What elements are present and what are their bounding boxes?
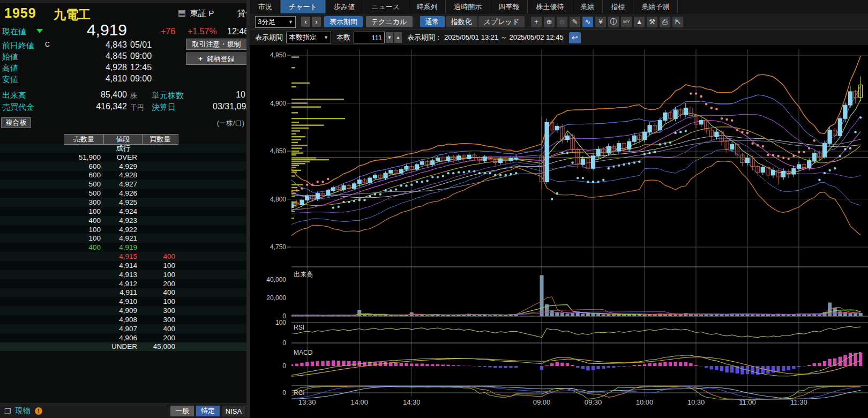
pencil-icon[interactable]: ✎ (570, 17, 580, 27)
price: 4,911 (104, 288, 143, 296)
quote-header: 1959 九電工 ▤ 東証 P 貸借 現在値 4,919 +76 +1.57% … (0, 3, 246, 131)
order-book-row[interactable]: 500 4,927 (0, 180, 246, 189)
order-book-row[interactable]: 400 4,923 (0, 216, 246, 225)
count-mode-select[interactable]: 本数指定 ▼ (286, 32, 331, 43)
account-tab-NISA[interactable]: NISA (222, 406, 245, 416)
order-book: 売数量 値段 買数量 成行 51,900 OVER 600 4,929 600 … (0, 134, 246, 351)
price: 4,915 (104, 252, 143, 260)
price: 4,928 (104, 171, 143, 179)
candle-period-select[interactable]: 3分足 ▼ (255, 16, 296, 28)
svg-text:14:00: 14:00 (350, 398, 368, 406)
zoom-in-icon[interactable]: ⊕ (544, 17, 555, 27)
order-book-row[interactable]: 100 4,922 (0, 225, 246, 234)
order-book-row[interactable]: 4,914 100 (0, 261, 246, 270)
price: 4,922 (104, 226, 143, 234)
buy-qty: 400 (143, 325, 178, 333)
chart-area[interactable]: 4,9504,9004,8504,8004,75040,00020,000010… (250, 45, 868, 418)
tab-適時開示[interactable]: 適時開示 (446, 0, 490, 13)
order-book-row[interactable]: 600 4,928 (0, 171, 246, 180)
cash-label: 現物 (16, 406, 31, 416)
tab-チャート[interactable]: チャート (281, 0, 326, 13)
buy-qty: 100 (143, 297, 178, 305)
plus-icon: + (198, 55, 203, 63)
spread-button[interactable]: スプレッド (478, 16, 525, 27)
account-tab-特定[interactable]: 特定 (196, 406, 220, 416)
svg-text:100: 100 (275, 319, 286, 326)
order-book-row[interactable]: 500 4,926 (0, 189, 246, 198)
tab-市況[interactable]: 市況 (250, 0, 281, 13)
order-book-row[interactable]: 4,912 200 (0, 279, 246, 288)
count-down-button[interactable]: ▼ (386, 32, 393, 43)
order-book-row[interactable]: 4,913 100 (0, 270, 246, 279)
reset-range-button[interactable]: ↩ (569, 32, 581, 43)
sell-qty: 400 (64, 243, 104, 251)
my-candle-icon[interactable]: MY (621, 17, 632, 27)
order-book-row[interactable]: UNDER 45,000 (0, 342, 246, 352)
printer-icon[interactable]: ⎙ (660, 17, 670, 27)
buy-qty: 300 (143, 307, 178, 315)
tab-業績[interactable]: 業績 (572, 0, 603, 13)
trend-cursor-icon[interactable]: ∿ (582, 17, 593, 27)
svg-text:4,800: 4,800 (270, 196, 286, 203)
next-button[interactable]: › (312, 17, 321, 27)
prev-button[interactable]: ‹ (301, 17, 310, 27)
account-tab-一般[interactable]: 一般 (170, 406, 194, 416)
tab-株主優待[interactable]: 株主優待 (528, 0, 572, 13)
tab-業績予測[interactable]: 業績予測 (633, 0, 678, 13)
order-book-row[interactable]: 4,907 400 (0, 324, 246, 333)
sell-qty: 100 (64, 234, 104, 242)
price: 4,921 (104, 234, 143, 242)
order-book-row[interactable]: 4,911 400 (0, 288, 246, 297)
export-icon[interactable]: ⇱ (672, 17, 683, 27)
document-icon: ▤ (178, 8, 186, 18)
order-book-row[interactable]: 100 4,924 (0, 207, 246, 216)
order-book-row[interactable]: 4,910 100 (0, 297, 246, 306)
info-icon[interactable]: ⓘ (608, 17, 619, 27)
tab-四季報[interactable]: 四季報 (490, 0, 528, 13)
svg-text:MACD: MACD (294, 349, 313, 356)
order-book-row[interactable]: 4,908 300 (0, 315, 246, 324)
register-stock-button[interactable]: + 銘柄登録 (186, 53, 246, 65)
zoom-out-icon[interactable]: ⊖ (557, 17, 567, 27)
period-toolbar: 表示期間 本数指定 ▼ 本数 ▼ ▲ 表示期間： 2025/05/01 13:2… (250, 30, 868, 45)
order-book-row[interactable]: 4,906 200 (0, 333, 246, 342)
order-book-row[interactable]: 4,909 300 (0, 306, 246, 315)
chart-toolbar: 3分足 ▼ ‹ › 表示期間 テクニカル 通常 指数化 スプレッド +⊕⊖✎∿¥… (250, 14, 868, 30)
buy-qty: 100 (143, 262, 178, 270)
tab-時系列[interactable]: 時系列 (408, 0, 446, 13)
order-book-row[interactable]: 400 4,919 (0, 243, 246, 252)
tab-歩み値[interactable]: 歩み値 (326, 0, 363, 13)
chart-panel: 市況チャート歩み値ニュース時系列適時開示四季報株主優待業績指標業績予測 3分足 … (250, 0, 868, 418)
tab-指標[interactable]: 指標 (603, 0, 633, 13)
order-book-row[interactable]: 成行 (0, 144, 246, 153)
plus-icon[interactable]: + (531, 17, 542, 27)
order-book-row[interactable]: 600 4,929 (0, 162, 246, 171)
window-icon[interactable]: ❐ (4, 407, 11, 415)
count-up-button[interactable]: ▲ (394, 32, 402, 43)
display-period-label: 表示期間 (255, 33, 283, 42)
price: 4,926 (104, 189, 143, 197)
yen-icon[interactable]: ¥ (595, 17, 606, 27)
turnover-unit: 千円 (130, 103, 144, 113)
count-input[interactable] (354, 32, 385, 43)
normal-button[interactable]: 通常 (420, 16, 445, 27)
order-book-row[interactable]: 300 4,925 (0, 198, 246, 207)
market-label: 東証 P (190, 9, 214, 19)
display-period-button[interactable]: 表示期間 (324, 16, 363, 27)
mountain-icon[interactable]: ▲ (634, 17, 645, 27)
turnover-value: 416,342 (0, 102, 127, 111)
price-chart[interactable]: 4,9504,9004,8504,8004,75040,00020,000010… (250, 45, 868, 418)
order-book-row[interactable]: 4,915 400 (0, 252, 246, 261)
order-book-row[interactable]: 100 4,921 (0, 234, 246, 243)
indexed-button[interactable]: 指数化 (446, 16, 477, 27)
tab-ニュース[interactable]: ニュース (363, 0, 408, 13)
trade-caution-button[interactable]: 取引注意・規制 (186, 39, 246, 50)
high-time: 12:45 (130, 63, 152, 72)
chevron-down-icon: ▼ (319, 35, 328, 40)
order-book-row[interactable]: 51,900 OVER (0, 153, 246, 162)
technical-button[interactable]: テクニカル (366, 16, 413, 27)
wrench-icon[interactable]: ⚒ (647, 17, 657, 27)
alert-icon[interactable]: ! (35, 407, 42, 415)
price: UNDER (104, 342, 143, 350)
svg-text:10:30: 10:30 (687, 398, 705, 406)
